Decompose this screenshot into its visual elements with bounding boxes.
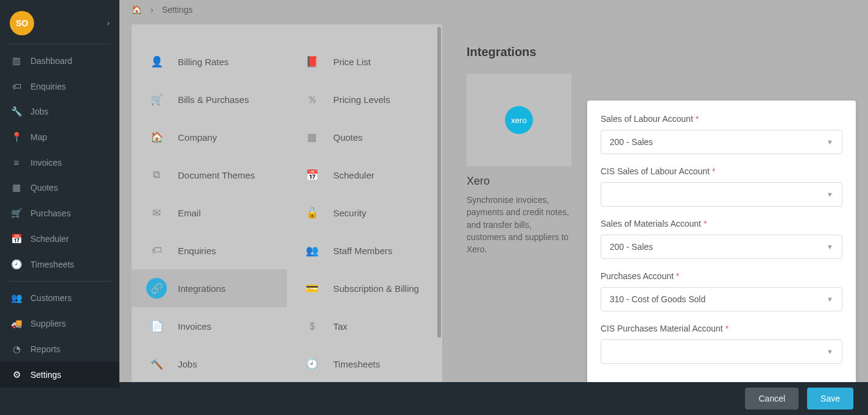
form-label: Sales of Labour Account * [601, 114, 842, 124]
settings-jobs-icon: 🔨 [146, 353, 167, 374]
required-indicator: * [676, 271, 679, 281]
settings-item-pricing-levels[interactable]: ％Pricing Levels [287, 80, 442, 118]
settings-item-staff-members[interactable]: 👥Staff Members [287, 232, 442, 269]
tax-icon: ＄ [302, 316, 322, 336]
select-cis-purchases-material[interactable]: ▼ [601, 339, 842, 364]
settings-item-integrations[interactable]: 🔗Integrations [132, 269, 287, 307]
breadcrumb: 🏠 › Settings [119, 0, 868, 20]
required-indicator: * [725, 324, 729, 333]
settings-item-label: Scheduler [333, 170, 375, 180]
sidebar-item-jobs[interactable]: 🔧Jobs [0, 99, 119, 124]
sidebar-item-suppliers[interactable]: 🚚Suppliers [0, 311, 119, 336]
settings-enquiries-icon: 🏷 [146, 240, 167, 261]
settings-item-label: Timesheets [333, 359, 380, 369]
form-label: Purchases Account * [601, 271, 842, 281]
settings-item-security[interactable]: 🔓Security [287, 194, 442, 232]
select-sales-labour[interactable]: 200 - Sales▼ [601, 130, 842, 154]
sidebar-item-label: Invoices [30, 158, 62, 168]
reports-icon: ◔ [11, 344, 22, 355]
settings-item-settings-quotes[interactable]: ▦Quotes [287, 118, 442, 156]
xero-logo-tile: xero [467, 74, 571, 166]
select-sales-materials[interactable]: 200 - Sales▼ [601, 235, 842, 259]
sidebar: SO › ▥Dashboard🏷Enquiries🔧Jobs📍Map≡Invoi… [0, 0, 119, 415]
quotes-icon: ▦ [11, 182, 22, 193]
select-purchases-account[interactable]: 310 - Cost of Goods Sold▼ [601, 287, 842, 311]
chevron-down-icon: ▼ [827, 243, 833, 250]
form-group-cis-purchases-material: CIS Purchases Material Account *▼ [601, 324, 842, 364]
sidebar-item-customers[interactable]: 👥Customers [0, 285, 119, 311]
settings-item-email[interactable]: ✉Email [132, 194, 287, 232]
profile-header[interactable]: SO › [0, 0, 119, 40]
enquiries-icon: 🏷 [11, 81, 22, 91]
chevron-down-icon: ▼ [827, 296, 833, 303]
select-cis-sales-labour[interactable]: ▼ [601, 182, 842, 207]
chevron-right-icon: › [107, 19, 110, 27]
settings-item-tax[interactable]: ＄Tax [287, 307, 442, 345]
purchases-icon: 🛒 [11, 208, 22, 219]
settings-item-subscription[interactable]: 💳Subscription & Billing [287, 269, 442, 307]
settings-item-label: Integrations [178, 283, 225, 294]
sidebar-item-label: Suppliers [30, 319, 66, 328]
sidebar-item-label: Enquiries [30, 82, 66, 91]
save-button[interactable]: Save [807, 388, 853, 410]
settings-item-label: Company [178, 132, 217, 143]
settings-item-billing-rates[interactable]: 👤Billing Rates [132, 43, 287, 80]
xero-logo-icon: xero [505, 106, 533, 134]
sidebar-item-dashboard[interactable]: ▥Dashboard [0, 48, 119, 74]
settings-item-settings-jobs[interactable]: 🔨Jobs [132, 345, 287, 382]
settings-item-label: Email [178, 208, 201, 218]
sidebar-item-timesheets[interactable]: 🕘Timesheets [0, 252, 119, 277]
sidebar-item-invoices[interactable]: ≡Invoices [0, 150, 119, 175]
settings-item-label: Document Themes [178, 170, 255, 180]
integrations-icon: 🔗 [146, 278, 167, 299]
integration-card-xero[interactable]: xero Xero Synchronise invoices, payments… [467, 74, 571, 255]
settings-item-settings-invoices[interactable]: 📄Invoices [132, 307, 287, 345]
select-value: 200 - Sales [610, 242, 653, 252]
sidebar-item-label: Scheduler [30, 234, 69, 244]
invoices-icon: ≡ [11, 157, 22, 168]
security-icon: 🔓 [302, 202, 322, 223]
settings-invoices-icon: 📄 [146, 316, 167, 336]
settings-item-company[interactable]: 🏠Company [132, 118, 287, 156]
settings-item-price-list[interactable]: 📕Price List [287, 43, 442, 80]
suppliers-icon: 🚚 [11, 318, 22, 329]
integrations-panel: Integrations xero Xero Synchronise invoi… [460, 24, 856, 382]
sidebar-item-map[interactable]: 📍Map [0, 124, 119, 150]
sidebar-item-scheduler[interactable]: 📅Scheduler [0, 226, 119, 252]
timesheets-icon: 🕘 [11, 259, 22, 270]
required-indicator: * [704, 219, 707, 229]
settings-item-settings-timesheets[interactable]: 🕘Timesheets [287, 345, 442, 382]
pricing-levels-icon: ％ [302, 89, 322, 110]
bills-purchases-icon: 🛒 [146, 89, 167, 110]
settings-icon: ⚙ [11, 369, 22, 380]
document-themes-icon: ⧉ [146, 165, 167, 185]
settings-item-label: Billing Rates [178, 57, 228, 67]
sidebar-item-enquiries[interactable]: 🏷Enquiries [0, 74, 119, 99]
form-group-sales-labour: Sales of Labour Account *200 - Sales▼ [601, 114, 842, 154]
form-label: Sales of Materials Account * [601, 219, 842, 229]
scrollbar[interactable] [437, 27, 441, 338]
settings-item-label: Subscription & Billing [333, 283, 419, 294]
home-icon[interactable]: 🏠 [132, 5, 142, 15]
breadcrumb-current: Settings [162, 5, 193, 15]
cancel-button[interactable]: Cancel [745, 388, 799, 410]
sidebar-item-label: Purchases [30, 208, 71, 218]
settings-timesheets-icon: 🕘 [302, 353, 322, 374]
sidebar-item-label: Settings [30, 370, 62, 380]
form-group-sales-materials: Sales of Materials Account *200 - Sales▼ [601, 219, 842, 259]
chevron-right-icon: › [150, 5, 153, 15]
settings-item-label: Price List [333, 57, 371, 67]
avatar: SO [10, 11, 34, 35]
sidebar-item-settings[interactable]: ⚙Settings [0, 362, 119, 388]
sidebar-item-reports[interactable]: ◔Reports [0, 336, 119, 362]
settings-item-bills-purchases[interactable]: 🛒Bills & Purchases [132, 80, 287, 118]
settings-item-document-themes[interactable]: ⧉Document Themes [132, 156, 287, 194]
sidebar-item-label: Quotes [30, 183, 58, 193]
sidebar-item-quotes[interactable]: ▦Quotes [0, 175, 119, 200]
sidebar-item-purchases[interactable]: 🛒Purchases [0, 200, 119, 226]
sidebar-item-label: Customers [30, 293, 72, 303]
settings-item-settings-scheduler[interactable]: 📅Scheduler [287, 156, 442, 194]
required-indicator: * [712, 166, 715, 176]
email-icon: ✉ [146, 202, 167, 223]
settings-item-settings-enquiries[interactable]: 🏷Enquiries [132, 232, 287, 269]
